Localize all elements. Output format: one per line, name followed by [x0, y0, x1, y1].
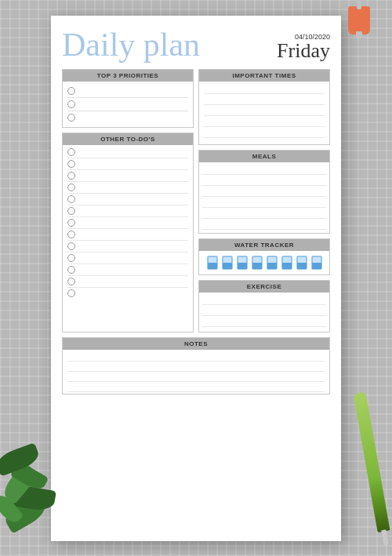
- water-glass-5[interactable]: [266, 255, 278, 271]
- priority-row: [67, 111, 188, 124]
- meals-header: MEALS: [199, 151, 329, 162]
- time-row: [204, 105, 325, 116]
- todo-checkbox[interactable]: [67, 254, 75, 262]
- todo-checkbox[interactable]: [67, 231, 75, 238]
- time-row: [204, 116, 325, 127]
- svg-rect-5: [238, 263, 247, 269]
- priority-checkbox-1[interactable]: [67, 87, 75, 95]
- todo-row: [67, 264, 188, 276]
- water-section: WATER TRACKER: [198, 238, 330, 275]
- todo-row: [67, 182, 188, 194]
- right-column: IMPORTANT TIMES MEALS: [198, 69, 330, 333]
- time-row: [204, 127, 325, 138]
- time-row: [204, 94, 325, 105]
- meal-row: [202, 164, 326, 175]
- water-glass-3[interactable]: [236, 255, 249, 271]
- todos-header: OTHER TO-DO'S: [63, 133, 193, 145]
- todo-row: [67, 288, 188, 299]
- times-header: IMPORTANT TIMES: [199, 70, 329, 82]
- todo-checkbox[interactable]: [67, 195, 75, 203]
- exercise-row: [202, 316, 326, 327]
- todo-row: [67, 158, 188, 170]
- meal-row: [202, 208, 326, 219]
- water-glass-7[interactable]: [296, 255, 308, 271]
- priority-line-1: [80, 88, 188, 94]
- notes-header: NOTES: [63, 338, 329, 350]
- sharpener-decoration: [348, 6, 370, 35]
- day-text: Friday: [277, 41, 330, 61]
- svg-rect-11: [282, 263, 292, 269]
- water-glass-4[interactable]: [251, 255, 263, 271]
- exercise-section: EXERCISE: [198, 280, 330, 333]
- todos-section: OTHER TO-DO'S: [62, 133, 194, 333]
- left-column: TOP 3 PRIORITIES: [62, 69, 194, 333]
- todo-row: [67, 194, 188, 205]
- svg-rect-3: [223, 263, 232, 269]
- water-glass-1[interactable]: [206, 255, 219, 271]
- date-section: 04/10/2020 Friday: [277, 33, 330, 61]
- svg-rect-15: [312, 263, 321, 269]
- meals-section: MEALS: [198, 150, 330, 234]
- notes-content: [63, 350, 329, 394]
- water-glass-2[interactable]: [221, 255, 234, 271]
- todo-checkbox[interactable]: [67, 219, 75, 227]
- times-section: IMPORTANT TIMES: [198, 69, 330, 145]
- todo-row: [67, 147, 188, 158]
- times-content: [199, 82, 329, 144]
- water-header: WATER TRACKER: [199, 239, 329, 251]
- priority-line-3: [80, 114, 188, 121]
- main-grid: TOP 3 PRIORITIES: [62, 69, 330, 333]
- meal-row: [202, 219, 326, 230]
- todos-content: [63, 145, 193, 300]
- notes-row: [67, 382, 325, 392]
- exercise-row: [202, 305, 326, 316]
- priority-row: [67, 85, 188, 98]
- notes-row: [67, 362, 325, 372]
- todo-row: [67, 170, 188, 182]
- meal-row: [202, 175, 326, 186]
- priority-checkbox-2[interactable]: [67, 100, 75, 108]
- svg-rect-13: [297, 263, 307, 269]
- page-title: Daily plan: [62, 28, 200, 61]
- todo-row: [67, 217, 188, 229]
- todo-checkbox[interactable]: [67, 278, 75, 285]
- todo-row: [67, 276, 188, 288]
- priority-checkbox-3[interactable]: [67, 114, 75, 122]
- svg-rect-1: [208, 263, 217, 269]
- todo-row: [67, 241, 188, 253]
- notes-section: NOTES: [62, 337, 330, 394]
- todo-checkbox[interactable]: [67, 148, 75, 156]
- todo-row: [67, 253, 188, 264]
- svg-rect-9: [267, 263, 277, 269]
- exercise-header: EXERCISE: [199, 281, 329, 293]
- todo-checkbox[interactable]: [67, 160, 75, 168]
- water-content: [199, 251, 329, 274]
- exercise-content: [199, 293, 329, 332]
- priorities-header: TOP 3 PRIORITIES: [63, 70, 193, 82]
- paper-header: Daily plan 04/10/2020 Friday: [62, 28, 330, 61]
- time-row: [204, 83, 325, 94]
- todo-checkbox[interactable]: [67, 207, 75, 215]
- paper: Daily plan 04/10/2020 Friday TOP 3 PRIOR…: [51, 16, 341, 541]
- exercise-row: [202, 294, 326, 305]
- priority-line-2: [80, 101, 188, 107]
- todo-checkbox[interactable]: [67, 266, 75, 274]
- svg-rect-7: [252, 263, 262, 269]
- water-glass-8[interactable]: [310, 255, 323, 271]
- water-glass-6[interactable]: [281, 255, 293, 271]
- todo-checkbox[interactable]: [67, 289, 75, 297]
- priorities-content: [63, 82, 193, 127]
- meals-content: [199, 162, 329, 233]
- notes-row: [67, 351, 325, 362]
- todo-checkbox[interactable]: [67, 172, 75, 180]
- priorities-section: TOP 3 PRIORITIES: [62, 69, 194, 128]
- meal-row: [202, 186, 326, 197]
- todo-checkbox[interactable]: [67, 242, 75, 250]
- notes-row: [67, 372, 325, 382]
- plant-decoration: [0, 431, 71, 556]
- todo-checkbox[interactable]: [67, 184, 75, 191]
- todo-row: [67, 205, 188, 217]
- priority-row: [67, 98, 188, 111]
- meal-row: [202, 197, 326, 208]
- todo-row: [67, 229, 188, 241]
